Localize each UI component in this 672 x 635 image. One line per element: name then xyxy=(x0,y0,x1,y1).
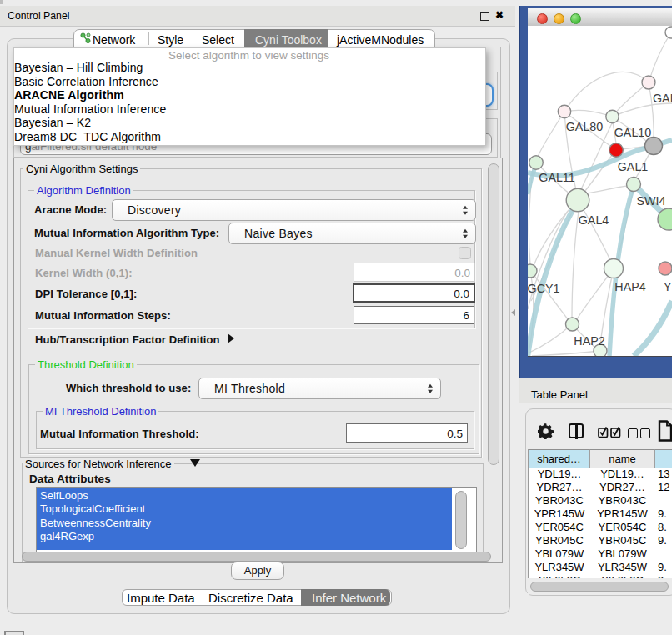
svg-text:HAP2: HAP2 xyxy=(574,334,604,348)
svg-text:GAL4: GAL4 xyxy=(579,213,609,227)
svg-text:GAL80: GAL80 xyxy=(566,120,604,133)
svg-text:SWI4: SWI4 xyxy=(637,194,666,208)
svg-text:GAL: GAL xyxy=(653,92,672,105)
svg-text:Y: Y xyxy=(664,280,672,293)
svg-text:GCY1: GCY1 xyxy=(528,282,560,295)
svg-text:HAP4: HAP4 xyxy=(614,280,645,293)
svg-text:GAL1: GAL1 xyxy=(618,160,649,173)
svg-text:GAL11: GAL11 xyxy=(539,171,574,184)
svg-text:GAL10: GAL10 xyxy=(614,126,652,139)
